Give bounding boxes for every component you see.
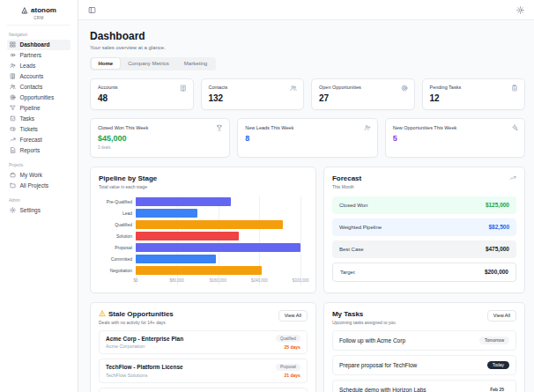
due-badge: Today xyxy=(487,361,509,369)
sidebar-item-contacts[interactable]: Contacts xyxy=(7,82,70,92)
chart-tick-label: $160,000 xyxy=(210,278,226,283)
stale-item[interactable]: Pinnacle - Annual Subscription Pinnacle … xyxy=(99,388,308,392)
trending-up-icon xyxy=(509,174,516,181)
task-item[interactable]: Prepare proposal for TechFlow Today xyxy=(332,355,516,375)
forecast-closed-won-value: $125,000 xyxy=(486,202,509,208)
chart-category-label: Solution xyxy=(99,233,136,239)
trophy-icon xyxy=(216,124,223,131)
topbar xyxy=(78,0,534,20)
building-icon xyxy=(10,73,16,79)
forecast-row-closed-won: Closed Won $125,000 xyxy=(332,196,516,214)
chart-tick-label: $320,000 xyxy=(293,278,309,283)
due-badge: Feb 25 xyxy=(485,386,509,392)
user-plus-icon xyxy=(10,63,16,69)
stale-opportunities-title: Stale Opportunities xyxy=(108,310,174,318)
tab-home[interactable]: Home xyxy=(92,58,121,69)
sidebar-item-all-projects[interactable]: All Projects xyxy=(7,181,70,191)
sidebar-item-settings[interactable]: Settings xyxy=(7,205,70,216)
chart-tick-label: $80,000 xyxy=(170,278,184,283)
page-subtitle: Your sales overview at a glance. xyxy=(90,45,525,50)
building-icon xyxy=(180,85,187,92)
briefcase-icon xyxy=(10,172,16,178)
my-tasks-title: My Tasks xyxy=(332,310,396,318)
user-plus-icon xyxy=(364,124,371,131)
sidebar-item-leads[interactable]: Leads xyxy=(7,61,70,71)
chart-row: Committed xyxy=(99,254,308,265)
chart-bar xyxy=(136,209,197,218)
main-area: Dashboard Your sales overview at a glanc… xyxy=(78,0,534,392)
ticket-icon xyxy=(10,126,16,132)
sidebar-item-opportunities[interactable]: Opportunities xyxy=(7,92,70,103)
chart-x-axis: $0$80,000$160,000$240,000$320,000 xyxy=(136,278,306,285)
sidebar-item-reports[interactable]: Reports xyxy=(7,145,70,156)
users-icon xyxy=(290,85,297,92)
forecast-best-case-value: $475,000 xyxy=(486,246,509,252)
new-leads-value: 8 xyxy=(245,134,369,143)
chart-row: Qualified xyxy=(99,219,308,231)
task-item[interactable]: Schedule demo with Horizon Labs Feb 25 xyxy=(332,380,516,392)
forecast-rows: Closed Won $125,000 Weighted Pipeline $8… xyxy=(332,196,516,282)
forecast-panel: Forecast This Month Closed Won $125,000 … xyxy=(323,166,525,293)
sidebar-item-forecast[interactable]: Forecast xyxy=(7,135,70,145)
sidebar-item-accounts[interactable]: Accounts xyxy=(7,71,70,82)
chart-category-label: Lead xyxy=(99,211,136,216)
closed-won-this-week-card: Closed Won This Week $45,000 3 deals xyxy=(90,118,230,158)
stat-card-pending-tasks: Pending Tasks 12 xyxy=(422,78,526,110)
new-opportunities-value: 5 xyxy=(393,134,517,143)
brand: atonom CRM xyxy=(7,6,70,26)
chart-row: Lead xyxy=(99,208,308,219)
tab-company-metrics[interactable]: Company Metrics xyxy=(121,58,176,69)
chart-category-label: Committed xyxy=(99,256,136,262)
closed-won-deals-count: 3 deals xyxy=(98,145,222,150)
stale-item[interactable]: Acme Corp - Enterprise Plan Acme Corpora… xyxy=(99,330,308,355)
stat-card-row: Accounts 48 Contacts 132 Open Opportunit… xyxy=(90,78,525,110)
new-opportunities-this-week-card: New Opportunities This Week 5 xyxy=(385,118,525,158)
stage-badge: Proposal xyxy=(276,364,300,371)
stat-card-open-opportunities: Open Opportunities 27 xyxy=(311,78,415,110)
sidebar-section-admin: Admin xyxy=(9,198,69,203)
grid-icon xyxy=(10,41,16,48)
contacts-count: 132 xyxy=(209,93,297,103)
sidebar-item-partners[interactable]: Partners xyxy=(7,50,70,61)
stale-opportunities-list: Acme Corp - Enterprise Plan Acme Corpora… xyxy=(99,330,308,392)
bottom-panel-row: Stale Opportunities Deals with no activi… xyxy=(90,302,525,392)
tasks-view-all-button[interactable]: View All xyxy=(487,310,516,322)
chart-bar xyxy=(136,255,216,263)
chart-row: Solution xyxy=(99,231,308,242)
sidebar-item-my-work[interactable]: My Work xyxy=(7,170,70,181)
chart-bar xyxy=(136,197,231,206)
clipboard-icon xyxy=(511,85,518,92)
days-stale: 21 days xyxy=(285,373,300,378)
forecast-row-target: Target $200,000 xyxy=(332,263,516,282)
task-item[interactable]: Follow up with Acme Corp Tomorrow xyxy=(332,330,516,351)
forecast-row-best-case: Best Case $475,000 xyxy=(332,240,516,258)
forecast-row-weighted-pipeline: Weighted Pipeline $82,500 xyxy=(332,218,516,236)
stale-view-all-button[interactable]: View All xyxy=(278,310,308,322)
sidebar-item-dashboard[interactable]: Dashboard xyxy=(7,40,70,50)
stale-item[interactable]: TechFlow - Platform License TechFlow Sol… xyxy=(99,359,308,383)
chart-row: Pre-Qualified xyxy=(99,196,308,208)
chart-category-label: Proposal xyxy=(99,245,136,250)
my-tasks-subtitle: Upcoming tasks assigned to you xyxy=(332,320,396,325)
tab-marketing[interactable]: Marketing xyxy=(177,58,214,69)
forecast-subtitle: This Month xyxy=(332,184,361,189)
sidebar-section-projects: Projects xyxy=(9,163,69,167)
pipeline-bar-chart: Pre-QualifiedLeadQualifiedSolutionPropos… xyxy=(99,196,308,285)
theme-toggle-icon[interactable] xyxy=(516,6,524,14)
folder-icon xyxy=(10,182,16,189)
warning-icon xyxy=(99,310,106,317)
stale-opportunities-subtitle: Deals with no activity for 14+ days xyxy=(99,320,174,325)
page-title: Dashboard xyxy=(90,30,525,42)
sidebar-item-tasks[interactable]: Tasks xyxy=(7,114,70,124)
stale-opportunities-panel: Stale Opportunities Deals with no activi… xyxy=(90,302,316,392)
chart-category-label: Qualified xyxy=(99,222,136,227)
my-tasks-panel: My Tasks Upcoming tasks assigned to you … xyxy=(323,302,525,392)
panel-left-icon[interactable] xyxy=(88,6,96,14)
weekly-card-row: Closed Won This Week $45,000 3 deals New… xyxy=(90,118,525,158)
sidebar-item-pipeline[interactable]: Pipeline xyxy=(7,103,70,114)
closed-won-value: $45,000 xyxy=(98,134,222,143)
brand-name: atonom xyxy=(31,6,56,14)
chart-bar xyxy=(136,266,262,275)
sidebar-item-tickets[interactable]: Tickets xyxy=(7,124,70,135)
forecast-title: Forecast xyxy=(332,174,361,182)
